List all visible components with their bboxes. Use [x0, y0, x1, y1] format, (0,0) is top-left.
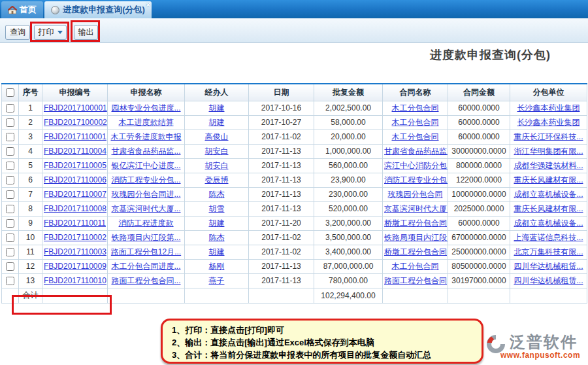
cell-handler-link[interactable]: 燕子 [209, 276, 225, 285]
row-checkbox[interactable] [6, 277, 14, 285]
cell-declaration-code-link[interactable]: FBJD2017110004 [44, 147, 106, 156]
cell-handler-link[interactable]: 杨刚 [209, 262, 225, 271]
cell-subcontractor-link[interactable]: 重庆长江环保科技... [514, 132, 583, 141]
cell-declaration-name-link[interactable]: 银亿滨江中心进度... [111, 161, 180, 170]
table-row: 6FBJD2017110006消防工程专业分包...娄辰博2017-11-132… [2, 173, 587, 187]
cell-subcontractor-link[interactable]: 浙江华明集团有限... [514, 147, 583, 156]
cell-contract-name-link[interactable]: 滨江中心消防分包... [384, 161, 448, 170]
cell-contract-name-link[interactable]: 消防工程专业分包... [384, 175, 448, 184]
cell-declaration-code-link[interactable]: FBJD2017110008 [44, 204, 106, 213]
row-checkbox[interactable] [6, 118, 14, 127]
cell-contract-name-link[interactable]: 路面工程分包合同 [384, 276, 447, 285]
cell-declaration-name-link[interactable]: 路面工程分包12月... [111, 247, 181, 256]
cell-declaration-code-link[interactable]: FBJD2017110002 [44, 233, 106, 242]
cell-date: 2017-11-13 [249, 273, 314, 288]
cell-handler-link[interactable]: 胡雪 [209, 204, 225, 213]
cell-handler-link[interactable]: 陈杰 [209, 233, 225, 242]
row-checkbox[interactable] [6, 205, 14, 213]
export-button[interactable]: 输出 [74, 25, 98, 40]
cell-handler-link[interactable]: 高俊山 [205, 132, 229, 141]
cell-subcontractor-link[interactable]: 成都华强建筑材料... [514, 161, 583, 170]
close-icon[interactable]: × [146, 1, 150, 9]
cell-handler-link[interactable]: 胡建 [209, 247, 225, 256]
cell-subcontractor-link[interactable]: 长沙鑫本药业集团 [517, 118, 580, 127]
cell-handler-link[interactable]: 娄辰博 [205, 175, 229, 184]
cell-contract-name-link[interactable]: 木工分包合同 [392, 262, 439, 271]
cell-declaration-code-link[interactable]: FBJD2017110003 [44, 247, 106, 256]
cell-contract-name-link[interactable]: 铁路局项目内江段... [384, 233, 448, 242]
cell-subcontractor-link[interactable]: 成都立嘉机械设备... [514, 218, 583, 228]
query-button[interactable]: 查询 [5, 25, 30, 40]
cell-declaration-name-link[interactable]: 消防工程进度款 [119, 218, 174, 228]
cell-declaration-code-link[interactable]: FBJD2017110001 [44, 132, 106, 141]
row-checkbox[interactable] [6, 262, 14, 271]
tab-home[interactable]: 首页 [1, 1, 43, 18]
cell-declaration-name-link[interactable]: 木工分包合同进度... [111, 262, 180, 271]
cell-declaration-name-link[interactable]: 甘肃省食品药品监... [111, 147, 180, 156]
chevron-down-icon [57, 31, 63, 34]
cell-handler-link[interactable]: 胡建 [209, 218, 225, 228]
row-checkbox[interactable] [6, 147, 14, 156]
note-line-total: 3、合计：将当前分保进度款申报表中的所有项目的批复金额自动汇总 [172, 349, 482, 361]
cell-declaration-name-link[interactable]: 消防工程专业分包... [111, 175, 180, 184]
row-checkbox[interactable] [6, 104, 14, 113]
cell-declaration-name-link[interactable]: 园林专业分包进度... [111, 103, 180, 113]
cell-contract-name-link[interactable]: 木工分包合同 [392, 132, 439, 141]
cell-contract-name-link[interactable]: 桥墩工程分包合同 [384, 218, 447, 228]
cell-contract-name-link[interactable]: 京基滨河时代大厦... [384, 204, 448, 213]
cell-subcontractor-link[interactable]: 四川华达机械租赁... [514, 262, 583, 271]
table-row: 3FBJD2017110001木工劳务进度款申报高俊山2017-11-0220,… [2, 130, 587, 144]
total-approved-amount: 102,294,400.00 [314, 288, 383, 303]
print-button[interactable]: 打印 [34, 25, 67, 40]
cell-subcontractor-link[interactable]: 重庆长风建材有限... [514, 175, 583, 184]
cell-declaration-name-link[interactable]: 京基滨河时代大厦... [111, 204, 180, 213]
cell-declaration-code-link[interactable]: FBJD2017110007 [44, 190, 106, 199]
cell-subcontractor-link[interactable]: 四川华达机械租赁... [514, 276, 583, 285]
cell-declaration-code-link[interactable]: FBJD2017110006 [44, 175, 106, 184]
cell-declaration-name-link[interactable]: 路面工程分包合同... [111, 276, 180, 285]
row-checkbox[interactable] [6, 133, 14, 141]
cell-subcontractor-link[interactable]: 长沙鑫本药业集团 [517, 103, 580, 113]
cell-contract-name-link[interactable]: 甘肃省食品药品监... [384, 147, 448, 156]
cell-declaration-code-link[interactable]: FBJD2017110005 [44, 161, 106, 170]
cell-subcontractor-link[interactable]: 重庆长风建材有限... [514, 204, 583, 213]
row-checkbox[interactable] [6, 219, 14, 228]
cell-handler-link[interactable]: 胡建 [209, 103, 225, 113]
row-checkbox[interactable] [6, 162, 14, 170]
cell-handler-link[interactable]: 胡安白 [205, 147, 229, 156]
cell-declaration-name-link[interactable]: 木工劳务进度款申报 [111, 132, 182, 141]
cell-declaration-code-link[interactable]: FBJD2017100001 [44, 103, 107, 113]
cell-subcontractor-link[interactable]: 北京万集科技有限... [514, 247, 583, 256]
cell-date: 2017-11-13 [249, 173, 314, 187]
column-header-5: 批复金额 [314, 84, 383, 101]
cell-contract-amount: 67000000.0000 [448, 230, 510, 245]
cell-contract-amount: 60000.0000 [448, 115, 510, 130]
tab-bar: 首页 进度款申报查询(分包) × [0, 0, 588, 18]
cell-declaration-name-link[interactable]: 玫瑰园分包合同进... [111, 190, 180, 199]
cell-contract-name-link[interactable]: 桥墩工程分包合同 [384, 247, 447, 256]
row-checkbox[interactable] [6, 234, 14, 242]
cell-row-number: 13 [19, 273, 42, 288]
cell-subcontractor-link[interactable]: 上海蓝诺信息科技... [514, 233, 583, 242]
cell-declaration-name-link[interactable]: 铁路项目内江段第... [111, 233, 180, 242]
cell-declaration-code-link[interactable]: FBJD2017110011 [44, 218, 106, 228]
cell-declaration-name-link[interactable]: 木工进度款结算 [119, 118, 174, 127]
select-all-checkbox[interactable] [6, 88, 14, 97]
cell-contract-name-link[interactable]: 木工分包合同 [392, 118, 439, 127]
row-checkbox[interactable] [6, 176, 14, 184]
vendor-logo: 泛普软件 www.fanpusoft.com [483, 329, 587, 364]
cell-contract-name-link[interactable]: 玫瑰园分包合同 [388, 190, 443, 199]
cell-handler-link[interactable]: 胡建 [209, 118, 225, 127]
tab-active-progress-query[interactable]: 进度款申报查询(分包) × [44, 1, 152, 18]
row-checkbox[interactable] [6, 248, 14, 256]
cell-date: 2017-11-02 [249, 130, 314, 144]
table-row: 1FBJD2017100001园林专业分包进度...胡建2017-10-162,… [2, 101, 587, 115]
cell-declaration-code-link[interactable]: FBJD2017110009 [44, 262, 106, 271]
cell-handler-link[interactable]: 陈杰 [209, 190, 225, 199]
cell-declaration-code-link[interactable]: FBJD2017100002 [44, 118, 107, 127]
cell-subcontractor-link[interactable]: 成都立嘉机械设备... [514, 190, 583, 199]
row-checkbox[interactable] [6, 190, 14, 199]
cell-handler-link[interactable]: 胡安白 [205, 161, 229, 170]
cell-declaration-code-link[interactable]: FBJD2017110010 [44, 276, 106, 285]
cell-contract-name-link[interactable]: 木工分包合同 [392, 103, 439, 113]
